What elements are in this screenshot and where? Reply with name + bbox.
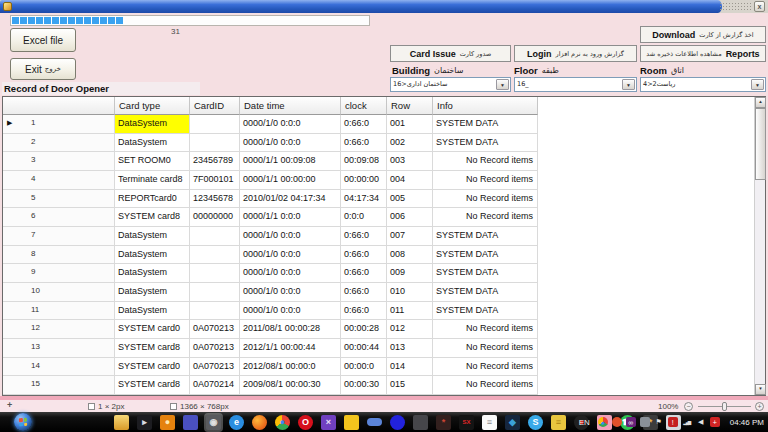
cell-card-type[interactable]: SYSTEM card0 bbox=[115, 358, 190, 377]
table-row[interactable]: 12SYSTEM card00A0702132011/08/1 00:00:28… bbox=[3, 320, 754, 339]
start-button[interactable] bbox=[14, 413, 32, 431]
media-classic-icon[interactable]: × bbox=[321, 415, 336, 430]
folder-stack-icon[interactable]: ≡ bbox=[551, 415, 566, 430]
cell-row[interactable]: 014 bbox=[387, 358, 433, 377]
cell-date-time[interactable]: 0000/1/1 00:00:00 bbox=[240, 171, 341, 190]
cell-row[interactable]: 001 bbox=[387, 115, 433, 134]
table-row[interactable]: ▶1DataSystem0000/1/0 0:0:00:66:0001SYSTE… bbox=[3, 115, 754, 134]
taskbar-clock[interactable]: 04:46 PM bbox=[730, 418, 764, 427]
cell-info[interactable]: SYSTEM DATA bbox=[433, 264, 538, 283]
cell-date-time[interactable]: 2011/08/1 00:00:28 bbox=[240, 320, 341, 339]
media-player-icon[interactable]: ▸ bbox=[137, 415, 152, 430]
download-button[interactable]: Download اخذ گزارش از کارت bbox=[640, 26, 766, 43]
column-header-clock[interactable]: clock bbox=[341, 97, 387, 115]
card-issue-button[interactable]: Card Issue صدور کارت bbox=[390, 45, 511, 62]
cell-row[interactable]: 008 bbox=[387, 246, 433, 265]
row-header[interactable]: 13 bbox=[3, 339, 115, 358]
red-tray-icon[interactable]: ! bbox=[668, 417, 678, 427]
cell-info[interactable]: SYSTEM DATA bbox=[433, 227, 538, 246]
table-row[interactable]: 6SYSTEM card8000000000000/1/1 0:0:00:0:0… bbox=[3, 208, 754, 227]
internet-explorer-icon[interactable]: e bbox=[229, 415, 244, 430]
floor-select[interactable]: 16_ ▼ bbox=[514, 77, 637, 92]
cell-date-time[interactable]: 0000/1/0 0:0:0 bbox=[240, 134, 341, 153]
chevron-down-icon[interactable]: ▼ bbox=[496, 79, 509, 90]
cell-card-type[interactable]: Terminate card8 bbox=[115, 171, 190, 190]
zoom-in-icon[interactable]: + bbox=[755, 402, 764, 411]
cell-card-id[interactable] bbox=[190, 302, 240, 321]
table-row[interactable]: 5REPORTcard0123456782010/01/02 04:17:340… bbox=[3, 190, 754, 209]
cell-row[interactable]: 011 bbox=[387, 302, 433, 321]
cell-card-type[interactable]: DataSystem bbox=[115, 227, 190, 246]
cell-card-id[interactable]: 7F000101 bbox=[190, 171, 240, 190]
cell-info[interactable]: SYSTEM DATA bbox=[433, 115, 538, 134]
cell-clock[interactable]: 0:0:0 bbox=[341, 208, 387, 227]
cell-card-id[interactable] bbox=[190, 227, 240, 246]
table-row[interactable]: 11DataSystem0000/1/0 0:0:00:66:0011SYSTE… bbox=[3, 302, 754, 321]
cell-date-time[interactable]: 2012/08/1 00:00:0 bbox=[240, 358, 341, 377]
row-header[interactable]: 15 bbox=[3, 376, 115, 395]
cell-clock[interactable]: 00:00:0 bbox=[341, 358, 387, 377]
cell-info[interactable]: No Record items bbox=[433, 339, 538, 358]
cell-card-id[interactable]: 0A070213 bbox=[190, 339, 240, 358]
cell-info[interactable]: No Record items bbox=[433, 208, 538, 227]
cell-info[interactable]: No Record items bbox=[433, 376, 538, 395]
cell-card-id[interactable] bbox=[190, 134, 240, 153]
network-tray-icon[interactable]: ▂▄▆ bbox=[682, 417, 692, 427]
column-header-card-id[interactable]: CardID bbox=[190, 97, 240, 115]
cell-info[interactable]: No Record items bbox=[433, 171, 538, 190]
table-row[interactable]: 2DataSystem0000/1/0 0:0:00:66:0002SYSTEM… bbox=[3, 134, 754, 153]
table-row[interactable]: 13SYSTEM card80A0702132012/1/1 00:00:440… bbox=[3, 339, 754, 358]
explorer-icon[interactable] bbox=[114, 415, 129, 430]
cell-date-time[interactable]: 0000/1/0 0:0:0 bbox=[240, 302, 341, 321]
exit-button[interactable]: Exit خروج bbox=[10, 58, 76, 80]
cell-info[interactable]: SYSTEM DATA bbox=[433, 246, 538, 265]
cell-row[interactable]: 003 bbox=[387, 152, 433, 171]
cell-card-type[interactable]: DataSystem bbox=[115, 134, 190, 153]
screenshot-tool-icon[interactable]: ◉ bbox=[206, 415, 221, 430]
cell-row[interactable]: 007 bbox=[387, 227, 433, 246]
reports-button[interactable]: مشاهده اطلاعات ذخیره شد Reports bbox=[640, 45, 766, 62]
scroll-down-icon[interactable]: ▼ bbox=[755, 384, 766, 395]
cell-clock[interactable]: 00:00:00 bbox=[341, 171, 387, 190]
zoom-slider-thumb[interactable] bbox=[722, 402, 727, 411]
row-header[interactable]: 3 bbox=[3, 152, 115, 171]
cell-date-time[interactable]: 0000/1/0 0:0:0 bbox=[240, 227, 341, 246]
cell-card-type[interactable]: SYSTEM card8 bbox=[115, 208, 190, 227]
table-row[interactable]: 15SYSTEM card80A0702142009/08/1 00:00:30… bbox=[3, 376, 754, 395]
cell-card-type[interactable]: REPORTcard0 bbox=[115, 190, 190, 209]
column-header-date-time[interactable]: Date time bbox=[240, 97, 341, 115]
cell-date-time[interactable]: 2009/08/1 00:00:30 bbox=[240, 376, 341, 395]
cell-row[interactable]: 005 bbox=[387, 190, 433, 209]
cell-date-time[interactable]: 2012/1/1 00:00:44 bbox=[240, 339, 341, 358]
cell-card-id[interactable] bbox=[190, 115, 240, 134]
document-icon[interactable]: ≡ bbox=[482, 415, 497, 430]
cell-info[interactable]: SYSTEM DATA bbox=[433, 302, 538, 321]
cell-clock[interactable]: 00:00:28 bbox=[341, 320, 387, 339]
cell-card-type[interactable]: DataSystem bbox=[115, 115, 190, 134]
cell-date-time[interactable]: 0000/1/0 0:0:0 bbox=[240, 264, 341, 283]
cell-date-time[interactable]: 0000/1/1 00:09:08 bbox=[240, 152, 341, 171]
cell-card-type[interactable]: SYSTEM card0 bbox=[115, 320, 190, 339]
cell-clock[interactable]: 00:09:08 bbox=[341, 152, 387, 171]
cell-info[interactable]: SYSTEM DATA bbox=[433, 134, 538, 153]
cell-date-time[interactable]: 0000/1/0 0:0:0 bbox=[240, 246, 341, 265]
navy-app-icon[interactable]: ◆ bbox=[505, 415, 520, 430]
titlebar-grip[interactable] bbox=[719, 2, 751, 11]
table-row[interactable]: 9DataSystem0000/1/0 0:0:00:66:0009SYSTEM… bbox=[3, 264, 754, 283]
row-header[interactable]: 7 bbox=[3, 227, 115, 246]
orange-app-icon[interactable]: ● bbox=[160, 415, 175, 430]
row-header[interactable]: 5 bbox=[3, 190, 115, 209]
column-header-card-type[interactable]: Card type bbox=[115, 97, 190, 115]
cell-card-id[interactable]: 0A070214 bbox=[190, 376, 240, 395]
cell-info[interactable]: SYSTEM DATA bbox=[433, 283, 538, 302]
vs-tray-icon[interactable]: ∞ bbox=[626, 417, 636, 427]
vertical-scrollbar[interactable]: ▲ ▼ bbox=[754, 97, 765, 395]
column-header-info[interactable]: Info bbox=[433, 97, 538, 115]
cell-card-type[interactable]: DataSystem bbox=[115, 246, 190, 265]
cell-card-type[interactable]: DataSystem bbox=[115, 302, 190, 321]
sx-app-icon[interactable]: SX bbox=[459, 415, 474, 430]
chrome-icon[interactable]: ● bbox=[275, 415, 290, 430]
firefox-icon[interactable] bbox=[252, 415, 267, 430]
zoom-out-icon[interactable]: − bbox=[684, 402, 693, 411]
yellow-app-icon[interactable] bbox=[344, 415, 359, 430]
